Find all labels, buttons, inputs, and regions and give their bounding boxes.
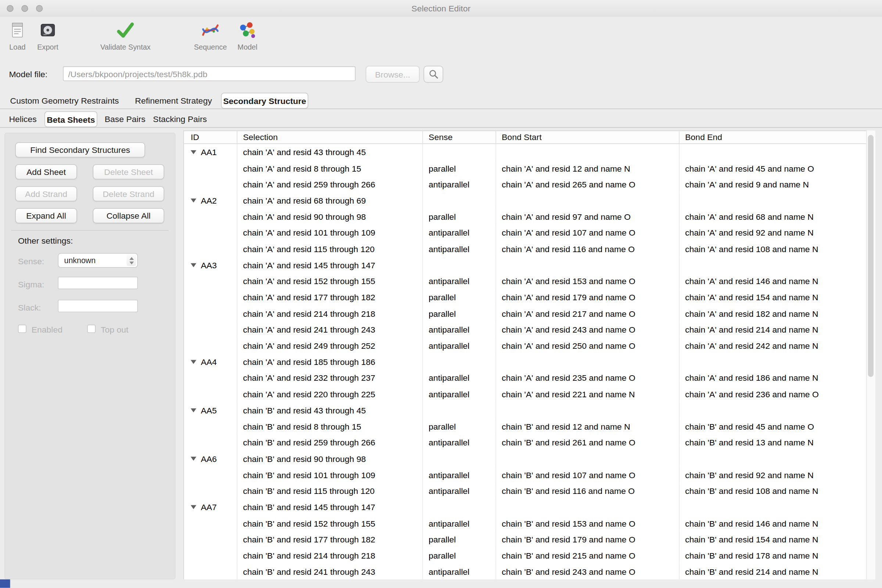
bond-start-cell: chain 'A' and resid 116 and name O xyxy=(496,241,680,257)
tab-stacking-pairs[interactable]: Stacking Pairs xyxy=(153,111,207,127)
row-id-cell xyxy=(184,548,237,564)
column-header-sense[interactable]: Sense xyxy=(423,131,496,144)
selection-cell: chain 'A' and resid 214 through 218 xyxy=(237,305,423,322)
find-secondary-structures-button[interactable]: Find Secondary Structures xyxy=(15,142,145,157)
table-row[interactable]: chain 'B' and resid 259 through 266antip… xyxy=(184,434,875,450)
table-row[interactable]: AA7chain 'B' and resid 145 through 147 xyxy=(184,499,875,515)
bond-end-cell: chain 'A' and resid 9 and name N xyxy=(680,176,867,193)
tab-secondary-structure[interactable]: Secondary Structure xyxy=(221,93,308,109)
table-row[interactable]: chain 'B' and resid 177 through 182paral… xyxy=(184,531,875,548)
table-row[interactable]: AA2chain 'A' and resid 68 through 69 xyxy=(184,193,875,209)
table-row[interactable]: chain 'A' and resid 101 through 109antip… xyxy=(184,225,875,241)
sense-dropdown-value: unknown xyxy=(64,254,96,267)
table-row[interactable]: chain 'B' and resid 101 through 109antip… xyxy=(184,467,875,483)
top-out-checkbox[interactable] xyxy=(87,324,96,333)
row-id-cell xyxy=(184,338,237,354)
table-header: ID Selection Sense Bond Start Bond End xyxy=(184,131,875,144)
table-row[interactable]: chain 'A' and resid 152 through 155antip… xyxy=(184,273,875,289)
table-row[interactable]: chain 'B' and resid 115 through 120antip… xyxy=(184,483,875,499)
row-id-cell xyxy=(184,208,237,225)
column-header-selection[interactable]: Selection xyxy=(237,131,423,144)
row-id-cell: AA5 xyxy=(184,402,237,418)
table-row[interactable]: chain 'B' and resid 241 through 243antip… xyxy=(184,563,875,579)
sense-cell: antiparallel xyxy=(423,241,496,257)
table-row[interactable]: chain 'A' and resid 214 through 218paral… xyxy=(184,305,875,322)
model-file-label: Model file: xyxy=(9,67,47,82)
add-strand-button[interactable]: Add Strand xyxy=(15,186,77,201)
scrollbar-thumb[interactable] xyxy=(868,135,873,376)
table-row[interactable]: AA1chain 'A' and resid 43 through 45 xyxy=(184,144,875,160)
table-row[interactable]: AA6chain 'B' and resid 90 through 98 xyxy=(184,450,875,467)
column-header-bond-start[interactable]: Bond Start xyxy=(496,131,680,144)
disclosure-triangle-icon[interactable] xyxy=(191,263,196,267)
table-row[interactable]: chain 'A' and resid 90 through 98paralle… xyxy=(184,208,875,225)
bottom-left-artifact xyxy=(0,579,10,588)
table-row[interactable]: chain 'A' and resid 249 through 252antip… xyxy=(184,338,875,354)
load-icon xyxy=(4,19,30,42)
sense-cell: parallel xyxy=(423,418,496,434)
disclosure-triangle-icon[interactable] xyxy=(191,198,196,202)
browse-button[interactable]: Browse... xyxy=(366,66,420,82)
bond-start-cell xyxy=(496,193,680,209)
sense-dropdown[interactable]: unknown xyxy=(58,253,138,268)
tab-refinement-strategy[interactable]: Refinement Strategy xyxy=(135,92,212,108)
table-row[interactable]: chain 'B' and resid 152 through 155antip… xyxy=(184,515,875,531)
bond-end-cell xyxy=(680,257,867,273)
vertical-scrollbar[interactable] xyxy=(866,130,875,579)
tab-custom-geometry-restraints[interactable]: Custom Geometry Restraints xyxy=(10,92,119,108)
bond-start-cell: chain 'A' and resid 221 and name N xyxy=(496,386,680,402)
bond-start-cell: chain 'B' and resid 107 and name O xyxy=(496,467,680,483)
tab-helices[interactable]: Helices xyxy=(9,111,36,127)
column-header-bond-end[interactable]: Bond End xyxy=(680,131,867,144)
row-id-cell xyxy=(184,531,237,548)
slack-input[interactable] xyxy=(58,300,138,312)
table-row[interactable]: AA3chain 'A' and resid 145 through 147 xyxy=(184,257,875,273)
model-file-input[interactable] xyxy=(63,66,356,81)
sense-cell: antiparallel xyxy=(423,515,496,531)
table-body: AA1chain 'A' and resid 43 through 45chai… xyxy=(184,144,875,579)
disclosure-triangle-icon[interactable] xyxy=(191,408,196,412)
table-row[interactable]: chain 'A' and resid 241 through 243antip… xyxy=(184,322,875,338)
table-row[interactable]: AA5chain 'B' and resid 43 through 45 xyxy=(184,402,875,418)
selection-cell: chain 'A' and resid 232 through 237 xyxy=(237,370,423,386)
collapse-all-button[interactable]: Collapse All xyxy=(93,208,164,223)
bond-start-cell: chain 'A' and resid 265 and name O xyxy=(496,176,680,193)
sigma-label: Sigma: xyxy=(18,280,44,289)
search-button[interactable] xyxy=(424,66,444,82)
tab-base-pairs[interactable]: Base Pairs xyxy=(105,111,146,127)
tab-beta-sheets[interactable]: Beta Sheets xyxy=(45,111,98,127)
sigma-input[interactable] xyxy=(58,277,138,289)
enabled-checkbox[interactable] xyxy=(18,324,27,333)
checkmark-icon xyxy=(93,19,157,42)
table-row[interactable]: chain 'B' and resid 8 through 15parallel… xyxy=(184,418,875,434)
delete-sheet-button[interactable]: Delete Sheet xyxy=(93,164,164,179)
sequence-button[interactable]: Sequence xyxy=(192,19,229,51)
validate-syntax-button[interactable]: Validate Syntax xyxy=(93,19,157,51)
table-row[interactable]: chain 'A' and resid 115 through 120antip… xyxy=(184,241,875,257)
table-row[interactable]: chain 'A' and resid 220 through 225antip… xyxy=(184,386,875,402)
table-row[interactable]: chain 'A' and resid 177 through 182paral… xyxy=(184,289,875,305)
magnifier-icon xyxy=(428,69,439,80)
disclosure-triangle-icon[interactable] xyxy=(191,457,196,461)
table-row[interactable]: chain 'A' and resid 259 through 266antip… xyxy=(184,176,875,193)
add-sheet-button[interactable]: Add Sheet xyxy=(15,164,77,179)
bond-end-cell: chain 'A' and resid 236 and name O xyxy=(680,386,867,402)
row-id-cell xyxy=(184,322,237,338)
bond-start-cell xyxy=(496,144,680,160)
model-button[interactable]: Model xyxy=(232,19,263,51)
table-row[interactable]: chain 'A' and resid 232 through 237antip… xyxy=(184,370,875,386)
disclosure-triangle-icon[interactable] xyxy=(191,360,196,364)
disclosure-triangle-icon[interactable] xyxy=(191,150,196,154)
bond-start-cell: chain 'B' and resid 179 and name O xyxy=(496,531,680,548)
load-button[interactable]: Load xyxy=(4,19,30,51)
column-header-id[interactable]: ID xyxy=(184,131,237,144)
selection-cell: chain 'B' and resid 8 through 15 xyxy=(237,418,423,434)
selection-cell: chain 'A' and resid 185 through 186 xyxy=(237,354,423,370)
disclosure-triangle-icon[interactable] xyxy=(191,505,196,509)
export-button[interactable]: Export xyxy=(33,19,63,51)
table-row[interactable]: chain 'A' and resid 8 through 15parallel… xyxy=(184,160,875,176)
delete-strand-button[interactable]: Delete Strand xyxy=(93,186,164,201)
table-row[interactable]: AA4chain 'A' and resid 185 through 186 xyxy=(184,354,875,370)
table-row[interactable]: chain 'B' and resid 214 through 218paral… xyxy=(184,548,875,564)
expand-all-button[interactable]: Expand All xyxy=(15,208,77,223)
